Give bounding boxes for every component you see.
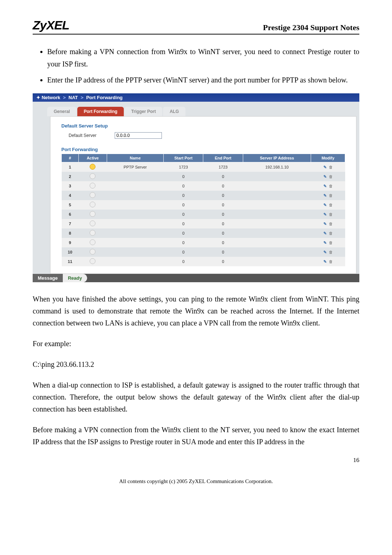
row-end-port: 0 bbox=[203, 210, 243, 219]
breadcrumb-sep: > bbox=[79, 95, 85, 100]
row-modify: ✎ 🗑 bbox=[311, 247, 345, 257]
row-modify: ✎ 🗑 bbox=[311, 257, 345, 266]
row-end-port: 0 bbox=[203, 181, 243, 191]
row-end-port: 0 bbox=[203, 228, 243, 238]
edit-icon[interactable]: ✎ bbox=[323, 193, 327, 198]
row-modify: ✎ 🗑 bbox=[311, 172, 345, 181]
row-modify: ✎ 🗑 bbox=[311, 200, 345, 210]
table-row: 900✎ 🗑 bbox=[62, 238, 345, 247]
bulb-off-icon[interactable] bbox=[90, 220, 95, 226]
edit-icon[interactable]: ✎ bbox=[323, 222, 327, 226]
row-end-port: 0 bbox=[203, 238, 243, 247]
delete-icon[interactable]: 🗑 bbox=[329, 250, 333, 254]
delete-icon[interactable]: 🗑 bbox=[329, 212, 333, 216]
delete-icon[interactable]: 🗑 bbox=[329, 193, 333, 198]
bulb-off-icon[interactable] bbox=[90, 202, 95, 207]
row-ip bbox=[243, 210, 311, 219]
bulb-off-icon[interactable] bbox=[90, 249, 95, 255]
row-ip bbox=[243, 181, 311, 191]
row-name bbox=[107, 191, 163, 200]
default-server-label: Default Server bbox=[69, 133, 97, 138]
breadcrumb-c: Port Forwarding bbox=[86, 95, 122, 100]
row-modify: ✎ 🗑 bbox=[311, 219, 345, 228]
row-name bbox=[107, 257, 163, 266]
table-row: 1100✎ 🗑 bbox=[62, 257, 345, 266]
tab-trigger-port[interactable]: Trigger Port bbox=[124, 107, 162, 116]
row-name bbox=[107, 219, 163, 228]
row-name bbox=[107, 247, 163, 257]
tab-port-forwarding[interactable]: Port Forwarding bbox=[77, 107, 124, 116]
bulb-off-icon[interactable] bbox=[90, 258, 95, 264]
delete-icon[interactable]: 🗑 bbox=[329, 174, 333, 179]
table-row: 800✎ 🗑 bbox=[62, 228, 345, 238]
row-start-port: 0 bbox=[164, 191, 203, 200]
row-ip bbox=[243, 238, 311, 247]
row-modify: ✎ 🗑 bbox=[311, 191, 345, 200]
row-index: 4 bbox=[62, 191, 79, 200]
copyright: All contents copyright (c) 2005 ZyXEL Co… bbox=[33, 478, 359, 485]
row-active bbox=[78, 228, 107, 238]
row-modify: ✎ 🗑 bbox=[311, 238, 345, 247]
message-value: Ready bbox=[63, 274, 87, 282]
edit-icon[interactable]: ✎ bbox=[323, 184, 327, 188]
page-number: 16 bbox=[33, 457, 359, 464]
row-modify: ✎ 🗑 bbox=[311, 210, 345, 219]
bulb-on-icon[interactable] bbox=[90, 164, 95, 170]
breadcrumb-b: NAT bbox=[69, 95, 78, 100]
tab-general[interactable]: General bbox=[47, 107, 77, 116]
delete-icon[interactable]: 🗑 bbox=[329, 222, 333, 226]
edit-icon[interactable]: ✎ bbox=[323, 250, 327, 254]
delete-icon[interactable]: 🗑 bbox=[329, 184, 333, 188]
row-start-port: 0 bbox=[164, 210, 203, 219]
table-row: 600✎ 🗑 bbox=[62, 210, 345, 219]
bulb-off-icon[interactable] bbox=[90, 211, 95, 217]
row-index: 9 bbox=[62, 238, 79, 247]
row-name bbox=[107, 238, 163, 247]
row-start-port: 1723 bbox=[164, 162, 203, 172]
delete-icon[interactable]: 🗑 bbox=[329, 165, 333, 169]
row-index: 5 bbox=[62, 200, 79, 210]
delete-icon[interactable]: 🗑 bbox=[329, 240, 333, 245]
col-modify: Modify bbox=[311, 154, 345, 162]
page-title: Prestige 2304 Support Notes bbox=[263, 23, 359, 32]
edit-icon[interactable]: ✎ bbox=[323, 231, 327, 235]
row-start-port: 0 bbox=[164, 228, 203, 238]
bulb-off-icon[interactable] bbox=[90, 192, 95, 198]
row-end-port: 0 bbox=[203, 172, 243, 181]
row-start-port: 0 bbox=[164, 200, 203, 210]
table-row: 700✎ 🗑 bbox=[62, 219, 345, 228]
delete-icon[interactable]: 🗑 bbox=[329, 231, 333, 235]
row-index: 7 bbox=[62, 219, 79, 228]
bulb-off-icon[interactable] bbox=[90, 173, 95, 179]
row-index: 11 bbox=[62, 257, 79, 266]
row-ip bbox=[243, 172, 311, 181]
col-name: Name bbox=[107, 154, 163, 162]
edit-icon[interactable]: ✎ bbox=[323, 240, 327, 245]
breadcrumb: ✦ Network > NAT > Port Forwarding bbox=[33, 93, 359, 102]
section-port-forwarding: Port Forwarding bbox=[61, 144, 345, 154]
edit-icon[interactable]: ✎ bbox=[323, 259, 327, 264]
row-index: 1 bbox=[62, 162, 79, 172]
bulb-off-icon[interactable] bbox=[90, 230, 95, 236]
bullet-1: Before making a VPN connection from Win9… bbox=[47, 45, 359, 70]
paragraph-2: For example: bbox=[33, 338, 359, 350]
delete-icon[interactable]: 🗑 bbox=[329, 259, 333, 264]
row-active bbox=[78, 219, 107, 228]
edit-icon[interactable]: ✎ bbox=[323, 203, 327, 207]
row-end-port: 0 bbox=[203, 200, 243, 210]
row-index: 6 bbox=[62, 210, 79, 219]
default-server-input[interactable] bbox=[115, 132, 162, 139]
table-row: 200✎ 🗑 bbox=[62, 172, 345, 181]
row-active bbox=[78, 162, 107, 172]
breadcrumb-sep: > bbox=[62, 95, 68, 100]
edit-icon[interactable]: ✎ bbox=[323, 165, 327, 169]
bulb-off-icon[interactable] bbox=[90, 239, 95, 245]
bulb-off-icon[interactable] bbox=[90, 183, 95, 189]
row-name: PPTP Server bbox=[107, 162, 163, 172]
edit-icon[interactable]: ✎ bbox=[323, 174, 327, 179]
row-end-port: 0 bbox=[203, 191, 243, 200]
tab-alg[interactable]: ALG bbox=[163, 107, 185, 116]
delete-icon[interactable]: 🗑 bbox=[329, 203, 333, 207]
col-active: Active bbox=[78, 154, 107, 162]
edit-icon[interactable]: ✎ bbox=[323, 212, 327, 216]
